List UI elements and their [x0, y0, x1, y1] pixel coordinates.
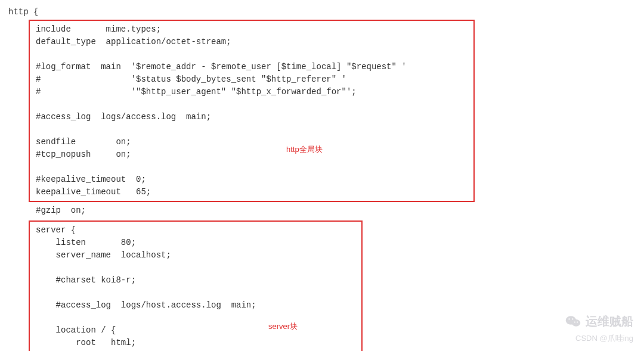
code-blank [36, 161, 467, 173]
code-blank [36, 48, 467, 61]
wechat-icon [565, 315, 581, 328]
svg-point-5 [577, 321, 578, 322]
code-blank [36, 98, 467, 111]
code-line: #tcp_nopush on; [36, 148, 467, 161]
server-block-label: server块 [268, 321, 298, 333]
code-line: server_name localhost; [36, 249, 355, 262]
watermark: 运维贼船 CSDN @爪哇ing [565, 312, 633, 344]
code-blank [36, 262, 355, 274]
code-line: #log_format main '$remote_addr - $remote… [36, 61, 467, 73]
code-line: #keepalive_timeout 0; [36, 173, 467, 186]
watermark-brand: 运维贼船 [586, 312, 633, 330]
code-line-gzip: #gzip on; [29, 204, 636, 217]
watermark-row: 运维贼船 [565, 312, 633, 330]
code-line: root html; [36, 337, 355, 349]
http-global-label: http全局块 [286, 144, 323, 156]
http-global-box: include mime.types; default_type applica… [29, 20, 475, 202]
svg-point-2 [568, 318, 569, 319]
code-line: keepalive_timeout 65; [36, 186, 467, 198]
code-blank [36, 123, 467, 136]
code-line: #access_log logs/host.access.log main; [36, 299, 355, 312]
server-block-box: server { listen 80; server_name localhos… [29, 220, 363, 351]
code-line: location / { [36, 324, 355, 337]
code-line: server { [36, 224, 355, 237]
code-line: include mime.types; [36, 23, 467, 36]
svg-point-3 [572, 318, 573, 319]
code-line-http-open: http { [8, 6, 636, 18]
code-line: sendfile on; [36, 136, 467, 148]
code-blank [36, 287, 355, 299]
code-line: listen 80; [36, 237, 355, 249]
code-line: #access_log logs/access.log main; [36, 111, 467, 123]
code-blank [36, 312, 355, 324]
code-line: # '$status $body_bytes_sent "$http_refer… [36, 73, 467, 86]
code-line: default_type application/octet-stream; [36, 36, 467, 48]
watermark-sub: CSDN @爪哇ing [575, 333, 633, 344]
code-line: #charset koi8-r; [36, 274, 355, 287]
svg-point-1 [572, 319, 580, 327]
code-line: # '"$http_user_agent" "$http_x_forwarded… [36, 86, 467, 98]
svg-point-4 [574, 321, 575, 322]
